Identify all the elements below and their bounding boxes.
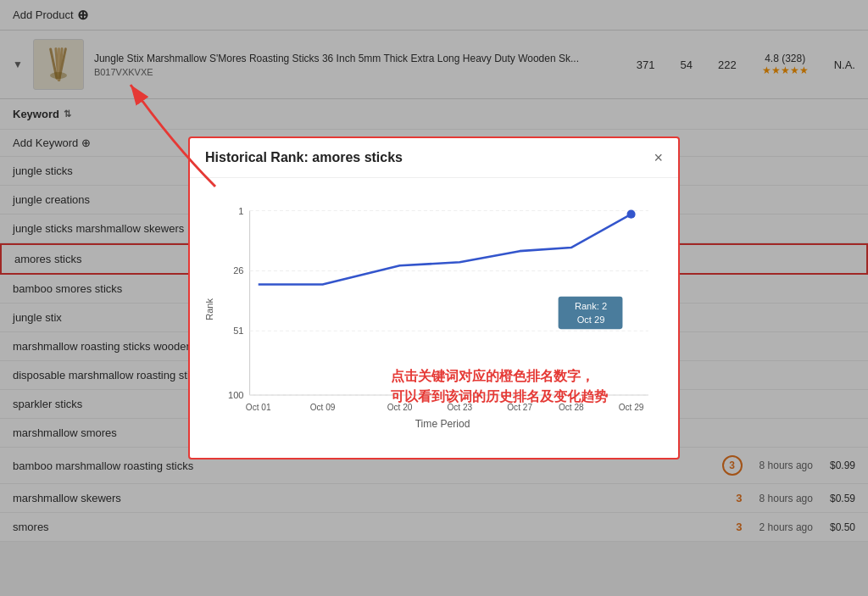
rank-chart-svg: 1 26 51 100 Rank Oct 01 Oct 09 Oct 20 Oc… [203,191,665,445]
svg-text:Oct 20: Oct 20 [387,403,413,412]
page-wrapper: Add Product ⊕ ▼ Jungle Stix Marshmallow … [0,0,868,596]
svg-text:Oct 27: Oct 27 [507,403,532,412]
svg-text:51: 51 [233,326,243,336]
svg-text:Oct 23: Oct 23 [447,403,472,412]
svg-text:26: 26 [233,265,243,276]
svg-text:Oct 28: Oct 28 [559,403,584,412]
svg-text:Oct 09: Oct 09 [310,403,336,412]
svg-text:Rank: Rank [204,298,214,320]
chart-container: 1 26 51 100 Rank Oct 01 Oct 09 Oct 20 Oc… [203,191,665,445]
svg-text:100: 100 [228,390,244,400]
modal-header: Historical Rank: amores sticks × [190,138,678,178]
svg-text:Oct 01: Oct 01 [246,403,271,412]
modal-title: Historical Rank: amores sticks [205,150,403,165]
svg-text:1: 1 [238,206,243,216]
modal-overlay[interactable]: Historical Rank: amores sticks × [0,0,868,596]
historical-rank-modal: Historical Rank: amores sticks × [188,136,680,460]
svg-text:Oct 29: Oct 29 [619,403,644,412]
modal-close-button[interactable]: × [654,150,663,165]
modal-body: 1 26 51 100 Rank Oct 01 Oct 09 Oct 20 Oc… [190,178,678,458]
svg-text:Oct 29: Oct 29 [577,315,605,325]
svg-text:Time Period: Time Period [415,418,470,430]
svg-point-26 [627,210,636,219]
svg-text:Rank: 2: Rank: 2 [575,301,607,311]
